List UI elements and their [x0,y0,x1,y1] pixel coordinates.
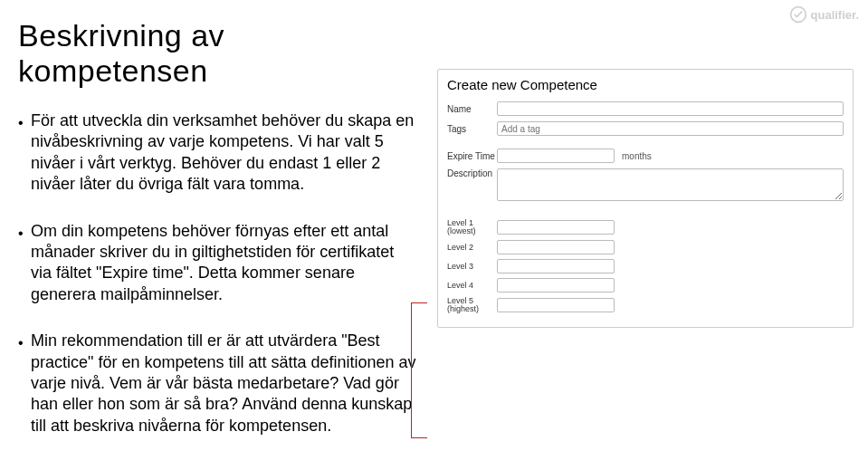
bullet-item: Min rekommendation till er är att utvärd… [18,331,416,436]
text-column: Beskrivning av kompetensen För att utvec… [18,18,430,462]
page-title: Beskrivning av kompetensen [18,18,416,89]
expire-unit: months [622,151,658,161]
expire-label: Expire Time [447,151,497,161]
bullet-item: För att utveckla din verksamhet behöver … [18,110,416,196]
bullet-dot-icon [18,110,31,196]
bullet-item: Om din kompetens behöver förnyas efter e… [18,221,416,306]
description-field[interactable] [497,168,844,201]
bullet-dot-icon [18,331,31,436]
name-field[interactable] [497,101,844,116]
level-5-field[interactable] [497,298,615,312]
highlight-bracket [411,302,427,438]
levels-group: Level 1 (lowest) Level 2 Level 3 Level 4… [447,219,844,313]
expire-field[interactable] [497,149,615,163]
level-label: Level 1 (lowest) [447,219,497,235]
level-label: Level 2 [447,244,497,252]
panel-heading: Create new Competence [447,77,844,92]
level-2-field[interactable] [497,240,615,254]
tags-field[interactable] [497,121,844,136]
create-competence-panel: Create new Competence Name Tags Expire T… [437,69,854,328]
tags-label: Tags [447,124,497,134]
level-label: Level 4 [447,282,497,290]
bullet-text: För att utveckla din verksamhet behöver … [31,110,416,196]
level-3-field[interactable] [497,259,615,273]
level-1-field[interactable] [497,220,615,235]
bullet-text: Om din kompetens behöver förnyas efter e… [31,221,416,306]
bullet-dot-icon [18,221,31,306]
checkmark-circle-icon [789,5,807,24]
brand-text: qualifier. [811,8,859,22]
level-label: Level 5 (highest) [447,297,497,313]
description-label: Description [447,168,497,178]
level-label: Level 3 [447,263,497,271]
brand-logo: qualifier. [789,5,859,24]
name-label: Name [447,104,497,114]
level-4-field[interactable] [497,278,615,293]
bullet-text: Min rekommendation till er är att utvärd… [31,331,416,436]
